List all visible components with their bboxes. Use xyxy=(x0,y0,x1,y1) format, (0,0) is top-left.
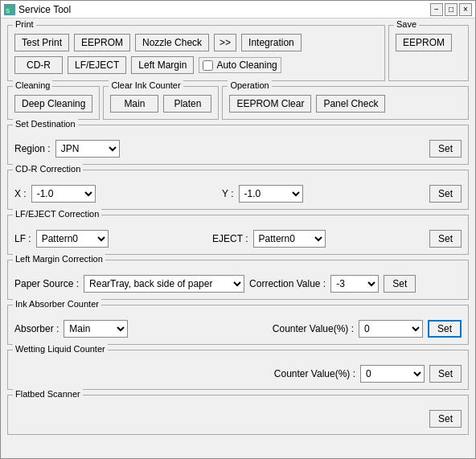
clear-ink-main-button[interactable]: Main xyxy=(110,95,158,113)
left-margin-correction-label: Left Margin Correction xyxy=(13,254,105,264)
set-destination-label: Set Destination xyxy=(13,119,78,129)
cd-r-button[interactable]: CD-R xyxy=(14,56,63,74)
eeprom-clear-button[interactable]: EEPROM Clear xyxy=(229,95,311,113)
save-eeprom-button[interactable]: EEPROM xyxy=(396,34,452,51)
set-destination-button[interactable]: Set xyxy=(429,140,462,158)
print-eeprom-button[interactable]: EEPROM xyxy=(74,34,130,51)
lf-label: LF : xyxy=(14,233,31,244)
auto-cleaning-text: Auto Cleaning xyxy=(216,59,277,71)
arrow-button[interactable]: >> xyxy=(214,34,236,51)
wetting-liquid-set-button[interactable]: Set xyxy=(429,365,462,383)
clear-ink-platen-button[interactable]: Platen xyxy=(163,95,211,113)
left-margin-correction-section: Left Margin Correction Paper Source : Re… xyxy=(7,260,469,300)
wetting-liquid-label: Wetting Liquid Counter xyxy=(13,344,108,354)
region-select[interactable]: JPN USA EUR xyxy=(55,140,120,158)
lf-select[interactable]: Pattern0 Pattern1 Pattern2 xyxy=(36,230,109,248)
left-margin-set-button[interactable]: Set xyxy=(384,275,416,293)
correction-value-select[interactable]: -3 -2 -1 0 1 xyxy=(330,275,379,293)
integration-button[interactable]: Integration xyxy=(241,34,302,51)
cdr-correction-label: CD-R Correction xyxy=(13,164,83,174)
title-text: Service Tool xyxy=(18,4,71,15)
wetting-counter-value-select[interactable]: 0 10 20 30 xyxy=(360,365,425,383)
ink-counter-value-select[interactable]: 0 10 20 30 xyxy=(359,320,423,338)
operation-row: EEPROM Clear Panel Check xyxy=(229,95,462,113)
clear-ink-label: Clear Ink Counter xyxy=(109,80,183,90)
operation-label: Operation xyxy=(228,80,271,90)
flatbed-scanner-section: Flatbed Scanner Set xyxy=(7,395,469,435)
print-row1: Test Print EEPROM Nozzle Check >> Integr… xyxy=(14,34,378,51)
print-group: Print Test Print EEPROM Nozzle Check >> … xyxy=(7,25,385,81)
set-destination-section: Set Destination Region : JPN USA EUR Set xyxy=(7,125,469,165)
panel-check-button[interactable]: Panel Check xyxy=(316,95,385,113)
flatbed-scanner-label: Flatbed Scanner xyxy=(13,389,83,399)
set-destination-row: Region : JPN USA EUR Set xyxy=(14,140,462,158)
title-controls: − □ × xyxy=(430,3,472,16)
y-select[interactable]: -1.0 -0.5 0 0.5 1.0 xyxy=(239,185,303,203)
auto-cleaning-checkbox[interactable] xyxy=(203,60,213,71)
close-button[interactable]: × xyxy=(459,3,472,16)
nozzle-check-button[interactable]: Nozzle Check xyxy=(135,34,209,51)
save-row: EEPROM xyxy=(396,34,462,51)
absorber-label: Absorber : xyxy=(14,323,59,334)
cdr-set-button[interactable]: Set xyxy=(429,185,462,203)
ink-absorber-section: Ink Absorber Counter Absorber : Main Sub… xyxy=(7,305,469,345)
wetting-liquid-row: Counter Value(%) : 0 10 20 30 Set xyxy=(14,365,462,383)
ink-counter-value-label: Counter Value(%) : xyxy=(273,323,354,334)
clear-ink-counter-group: Clear Ink Counter Main Platen xyxy=(103,86,219,120)
maximize-button[interactable]: □ xyxy=(445,3,458,16)
save-label: Save xyxy=(394,19,419,29)
flatbed-scanner-set-button[interactable]: Set xyxy=(429,410,462,428)
left-margin-button[interactable]: Left Margin xyxy=(131,56,194,74)
y-label: Y : xyxy=(222,188,233,199)
lf-eject-button[interactable]: LF/EJECT xyxy=(68,56,126,74)
app-icon: S xyxy=(4,4,15,15)
lf-eject-set-button[interactable]: Set xyxy=(429,230,462,248)
paper-source-select[interactable]: RearTray, back side of paper RearTray, f… xyxy=(84,275,244,293)
left-margin-row: Paper Source : RearTray, back side of pa… xyxy=(14,275,462,293)
ink-absorber-row: Absorber : Main Sub Counter Value(%) : 0… xyxy=(14,320,462,338)
cleaning-row: Deep Cleaning xyxy=(14,95,92,113)
mid-section: Cleaning Deep Cleaning Clear Ink Counter… xyxy=(7,86,469,120)
top-section: Print Test Print EEPROM Nozzle Check >> … xyxy=(7,25,469,81)
absorber-select[interactable]: Main Sub xyxy=(64,320,128,338)
x-select[interactable]: -1.0 -0.5 0 0.5 1.0 xyxy=(31,185,96,203)
deep-cleaning-button[interactable]: Deep Cleaning xyxy=(14,95,92,113)
auto-cleaning-label[interactable]: Auto Cleaning xyxy=(199,57,281,73)
test-print-button[interactable]: Test Print xyxy=(14,34,69,51)
main-window: S Service Tool − □ × Print Test Print EE… xyxy=(0,0,476,459)
paper-source-label: Paper Source : xyxy=(14,278,79,289)
operation-group: Operation EEPROM Clear Panel Check xyxy=(222,86,469,120)
cleaning-group: Cleaning Deep Cleaning xyxy=(7,86,100,120)
clear-ink-row: Main Platen xyxy=(110,95,211,113)
print-row2: CD-R LF/EJECT Left Margin Auto Cleaning xyxy=(14,56,378,74)
ink-absorber-set-button[interactable]: Set xyxy=(428,320,462,338)
correction-value-label: Correction Value : xyxy=(249,278,326,289)
lf-eject-row: LF : Pattern0 Pattern1 Pattern2 EJECT : … xyxy=(14,230,462,248)
cdr-correction-section: CD-R Correction X : -1.0 -0.5 0 0.5 1.0 … xyxy=(7,170,469,210)
wetting-counter-value-label: Counter Value(%) : xyxy=(274,368,355,379)
svg-text:S: S xyxy=(6,7,10,14)
x-label: X : xyxy=(14,188,27,199)
minimize-button[interactable]: − xyxy=(430,3,443,16)
flatbed-scanner-row: Set xyxy=(14,410,462,428)
save-group: Save EEPROM xyxy=(388,25,469,81)
content-area: Print Test Print EEPROM Nozzle Check >> … xyxy=(1,18,475,458)
eject-select[interactable]: Pattern0 Pattern1 Pattern2 xyxy=(253,230,326,248)
wetting-liquid-section: Wetting Liquid Counter Counter Value(%) … xyxy=(7,350,469,390)
title-bar: S Service Tool − □ × xyxy=(1,1,475,18)
lf-eject-correction-section: LF/EJECT Correction LF : Pattern0 Patter… xyxy=(7,215,469,255)
lf-eject-correction-label: LF/EJECT Correction xyxy=(13,209,101,219)
ink-absorber-label: Ink Absorber Counter xyxy=(13,299,101,309)
cleaning-label: Cleaning xyxy=(13,80,52,90)
eject-label: EJECT : xyxy=(212,233,248,244)
print-label: Print xyxy=(13,19,36,29)
cdr-correction-row: X : -1.0 -0.5 0 0.5 1.0 Y : -1.0 -0.5 0 … xyxy=(14,185,462,203)
region-label: Region : xyxy=(14,143,51,154)
